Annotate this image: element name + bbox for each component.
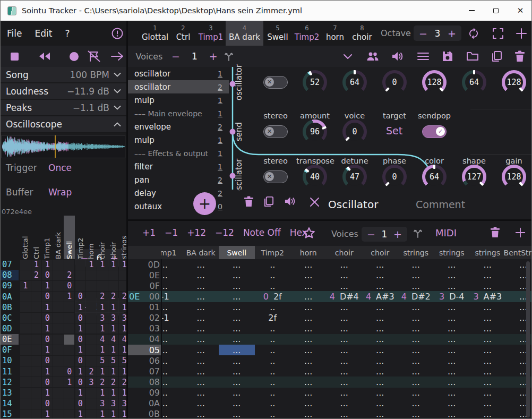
note-row-label[interactable]: 01 xyxy=(128,302,161,313)
order-cell[interactable] xyxy=(86,398,97,408)
track-header-ba-dark[interactable]: BA dark xyxy=(183,246,219,259)
menu-edit[interactable]: Edit xyxy=(28,21,58,46)
note-cell[interactable]: ... xyxy=(183,334,219,345)
note-cell[interactable]: .. xyxy=(255,388,291,398)
order-cell[interactable]: 3 xyxy=(108,313,119,323)
knob-transpose[interactable]: 52 xyxy=(303,70,327,95)
order-cell[interactable] xyxy=(86,281,97,291)
note-cell[interactable]: ... xyxy=(434,270,470,280)
note-cell[interactable]: ... xyxy=(434,334,470,345)
unit-list-item[interactable]: mulp1 xyxy=(128,93,229,107)
order-cell[interactable] xyxy=(86,356,97,366)
note-cell[interactable]: ... xyxy=(183,388,219,398)
order-cell[interactable] xyxy=(31,409,42,419)
note-cell[interactable]: ... xyxy=(183,291,219,302)
note-cell[interactable]: ... xyxy=(362,366,398,377)
order-cell[interactable]: 0 xyxy=(42,335,53,345)
tab-instrument-glottal[interactable]: 1Glottal xyxy=(140,21,170,46)
octave-minus-button[interactable]: − xyxy=(419,28,427,39)
note-cell[interactable]: ... xyxy=(398,313,434,323)
buffer-mode-button[interactable]: Wrap xyxy=(48,187,72,198)
order-cell[interactable] xyxy=(119,281,126,291)
sidebar-row-song[interactable]: Song100 BPM xyxy=(1,67,126,83)
order-cell[interactable] xyxy=(20,313,31,323)
order-row-number[interactable]: 15 xyxy=(1,409,19,419)
order-cell[interactable] xyxy=(86,292,97,302)
order-cell[interactable] xyxy=(53,260,64,270)
order-cell[interactable] xyxy=(31,366,42,377)
sidebar-row-loudness[interactable]: Loudness−11.9 dB xyxy=(1,83,126,100)
pattern-button-−12[interactable]: −12 xyxy=(215,227,234,238)
knob-phase[interactable]: 0 xyxy=(382,165,407,189)
note-cell[interactable]: .. xyxy=(255,345,291,355)
order-column-header[interactable]: Ctrl xyxy=(32,222,41,259)
order-cell[interactable]: 1 xyxy=(75,302,86,312)
note-scrollbar[interactable] xyxy=(526,261,530,417)
order-cell[interactable] xyxy=(31,302,42,312)
order-cell[interactable]: 3 xyxy=(108,398,119,408)
order-cell[interactable] xyxy=(53,335,64,345)
toggle-stereo[interactable]: ✕ xyxy=(263,76,288,89)
set-target-button[interactable]: Set xyxy=(386,125,402,136)
note-cell[interactable]: ... xyxy=(219,355,255,366)
order-cell[interactable]: 0 xyxy=(42,356,53,366)
speaker-icon[interactable] xyxy=(391,46,405,67)
order-cell[interactable] xyxy=(86,335,97,345)
order-row-number[interactable]: 10 xyxy=(1,355,19,366)
order-cell[interactable]: 1 xyxy=(75,388,86,398)
note-cell[interactable]: ... xyxy=(183,323,219,334)
order-cell[interactable] xyxy=(64,388,75,398)
note-row-label[interactable]: 0E00 xyxy=(128,291,161,302)
note-cell[interactable]: .. xyxy=(255,280,291,291)
unit-speaker-icon[interactable] xyxy=(284,196,296,207)
star-icon[interactable] xyxy=(303,227,315,238)
order-cell[interactable] xyxy=(20,356,31,366)
note-cell[interactable]: ... xyxy=(183,345,219,355)
order-cell[interactable] xyxy=(20,323,31,334)
note-cell[interactable]: ... xyxy=(434,409,470,419)
order-row-number[interactable]: 0C xyxy=(1,313,19,323)
note-row-label[interactable]: 08 xyxy=(128,377,161,387)
order-cell[interactable]: 1 xyxy=(119,260,126,270)
order-cell[interactable]: 0 xyxy=(75,377,86,387)
note-cell[interactable]: ... xyxy=(290,355,327,366)
note-cell[interactable]: ... xyxy=(398,345,434,355)
knob-shape[interactable]: 127 xyxy=(462,165,486,189)
order-column-header[interactable]: Timp1 xyxy=(43,222,52,259)
note-cell[interactable]: ... xyxy=(470,270,506,280)
order-cell[interactable]: 2 xyxy=(86,366,97,377)
order-cell[interactable]: 1 xyxy=(42,388,53,398)
order-row-number[interactable]: 14 xyxy=(1,398,19,409)
order-cell[interactable] xyxy=(53,281,64,291)
order-cell[interactable] xyxy=(20,388,31,398)
order-cell[interactable]: 1 xyxy=(97,409,108,419)
add-instrument-icon[interactable] xyxy=(514,24,528,43)
track-header-strings[interactable]: strings xyxy=(434,246,470,259)
note-cell[interactable]: ... xyxy=(434,388,470,398)
order-row-number[interactable]: 11 xyxy=(1,366,19,377)
toggle-stereo[interactable]: ✕ xyxy=(263,170,288,183)
note-row-label[interactable]: 05 xyxy=(128,345,161,355)
order-cell[interactable]: 2 xyxy=(97,377,108,387)
note-cell[interactable]: ... xyxy=(219,345,255,355)
order-cell[interactable] xyxy=(86,302,97,312)
note-cell[interactable]: ... xyxy=(219,280,255,291)
order-cell[interactable]: 1 xyxy=(119,409,126,419)
note-cell[interactable]: ... xyxy=(327,366,363,377)
order-cell[interactable]: 0 xyxy=(75,335,86,345)
order-cell[interactable] xyxy=(97,270,108,280)
instrument-presets-icon[interactable] xyxy=(366,46,380,67)
note-cell[interactable]: ... xyxy=(434,345,470,355)
delete-pattern-icon[interactable] xyxy=(490,227,500,238)
note-cell[interactable]: ... xyxy=(219,334,255,345)
track-header-bentstring[interactable]: BentString xyxy=(505,246,532,259)
delete-instrument-icon[interactable] xyxy=(513,46,527,67)
order-cell[interactable] xyxy=(64,302,75,312)
order-cell[interactable]: 1 xyxy=(119,366,126,377)
note-cell[interactable]: .. xyxy=(255,334,291,345)
note-cell[interactable]: ... xyxy=(327,313,363,323)
note-cell[interactable]: ... xyxy=(327,302,363,313)
unit-list-item[interactable]: mulp1 xyxy=(128,133,229,147)
note-cell[interactable]: ... xyxy=(398,302,434,313)
order-cell[interactable]: 1 xyxy=(119,323,126,334)
